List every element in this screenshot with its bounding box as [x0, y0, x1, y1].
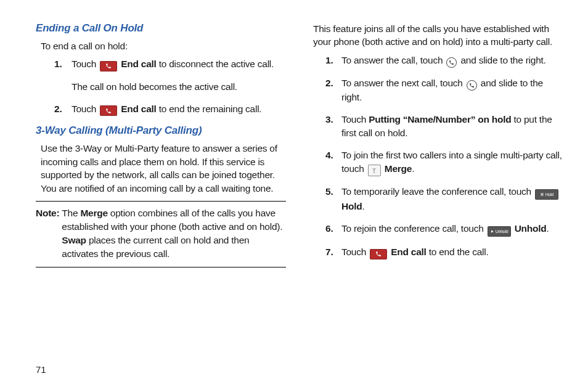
svg-rect-1: [542, 193, 543, 196]
svg-rect-0: [541, 193, 542, 196]
step-7: Touch End call to end the call.: [341, 245, 563, 259]
step-4: To join the first two callers into a sin…: [341, 149, 563, 177]
step-1: Touch End call to disconnect the active …: [71, 57, 286, 94]
steps-multiparty: To answer the call, touch and slide to t…: [313, 54, 563, 259]
heading-3way-calling: 3-Way Calling (Multi-Party Calling): [36, 125, 286, 137]
text: to disconnect the active call.: [159, 59, 274, 69]
phone-circle-icon: [446, 57, 457, 68]
intro-ending-call: To end a call on hold:: [41, 39, 286, 52]
para-3way: Use the 3-Way or Multi-Party feature to …: [41, 142, 286, 195]
text: Touch: [71, 59, 99, 69]
text: Touch: [71, 104, 99, 114]
step-2: To answer the next call, touch and slide…: [341, 76, 563, 104]
end-call-icon: [100, 105, 117, 116]
bold: End call: [121, 59, 156, 69]
end-call-icon: [370, 249, 387, 259]
note-block: Note: The Merge option combines all of t…: [36, 201, 286, 267]
end-call-icon: [100, 61, 117, 71]
bold: End call: [121, 104, 156, 114]
unhold-button-icon: Unhold: [488, 226, 511, 237]
text: to end the remaining call.: [159, 104, 262, 114]
sub-text: The call on hold becomes the active call…: [71, 80, 286, 94]
steps-ending-call: Touch End call to disconnect the active …: [36, 57, 286, 116]
hold-button-icon: Hold: [535, 189, 558, 200]
phone-circle-icon: [467, 80, 477, 91]
left-column: Ending a Call On Hold To end a call on h…: [36, 22, 286, 380]
note-label: Note:: [36, 206, 62, 261]
right-column: This feature joins all of the calls you …: [313, 22, 563, 380]
step-3: Touch Putting “Name/Number” on hold to p…: [341, 113, 563, 140]
step-2: Touch End call to end the remaining call…: [71, 102, 286, 116]
step-6: To rejoin the conference call, touch Unh…: [341, 222, 563, 237]
heading-ending-call-on-hold: Ending a Call On Hold: [36, 22, 286, 35]
page-number: 71: [36, 364, 46, 375]
intro-right: This feature joins all of the calls you …: [313, 22, 563, 49]
page: Ending a Call On Hold To end a call on h…: [0, 0, 588, 392]
step-1: To answer the call, touch and slide to t…: [341, 54, 563, 68]
note-body: The Merge option combines all of the cal…: [62, 206, 285, 261]
merge-icon: [368, 165, 381, 176]
step-5: To temporarily leave the conference call…: [341, 185, 563, 213]
